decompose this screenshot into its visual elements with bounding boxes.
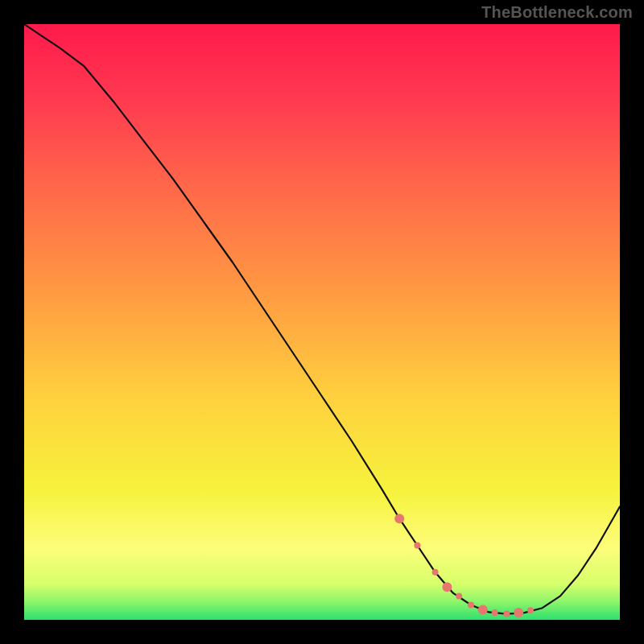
chart-frame: TheBottleneck.com bbox=[0, 0, 644, 644]
plot-area bbox=[24, 24, 620, 620]
sweet-spot-dot bbox=[478, 605, 488, 614]
sweet-spot-dot bbox=[456, 592, 462, 599]
sweet-spot-dot bbox=[503, 611, 510, 617]
sweet-spot-dot bbox=[514, 608, 523, 617]
gradient-rect bbox=[24, 24, 620, 620]
sweet-spot-dot bbox=[432, 569, 439, 576]
chart-svg bbox=[24, 24, 620, 620]
sweet-spot-dot bbox=[414, 543, 420, 549]
sweet-spot-dot bbox=[394, 514, 404, 523]
sweet-spot-dot bbox=[492, 609, 498, 616]
sweet-spot-dot bbox=[468, 602, 474, 609]
watermark-text: TheBottleneck.com bbox=[481, 3, 633, 22]
sweet-spot-dot bbox=[527, 607, 534, 613]
sweet-spot-dot bbox=[442, 582, 452, 592]
